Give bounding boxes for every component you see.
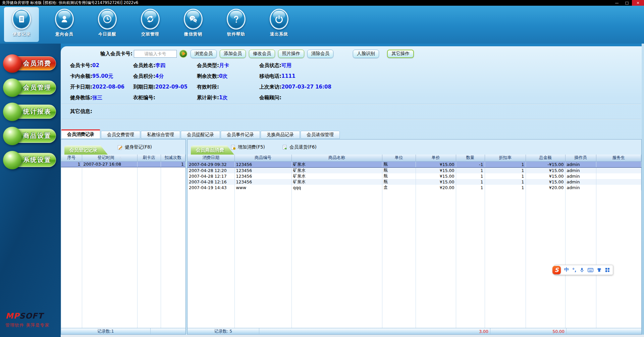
- column-header[interactable]: 扣减次数: [161, 155, 185, 161]
- add-consume-button[interactable]: 增加消费(F5): [230, 144, 265, 150]
- keyboard-icon[interactable]: [588, 268, 593, 272]
- tab-exchange-records[interactable]: 兑换商品记录: [261, 131, 300, 139]
- member-field: 健身教练:张三: [70, 94, 133, 101]
- content-area: 会员消费 会员管理 统计报表 商品设置 系统设置 MPSOFT 管理软件 美萍是…: [0, 44, 644, 337]
- member-info: 会员卡号:02 会员姓名:李四 会员类型:月卡 会员状态:可用 卡内余额:95.…: [70, 62, 642, 101]
- checkin-statusbar: 记录数:1: [61, 328, 185, 334]
- face-recognition-button[interactable]: 人脸识别: [353, 50, 379, 58]
- member-field: 会员姓名:李四: [133, 62, 197, 69]
- sidebar-item-member-manage[interactable]: 会员管理: [7, 80, 56, 95]
- ime-language-toggle[interactable]: 中: [564, 267, 569, 273]
- column-header[interactable]: 单价: [416, 155, 456, 161]
- pill-sphere-icon: [3, 78, 21, 97]
- column-header[interactable]: 操作员: [565, 155, 596, 161]
- divider: [61, 119, 641, 120]
- column-header[interactable]: 登记时间△: [82, 155, 137, 161]
- record-count: 记录数: 5: [187, 328, 259, 334]
- column-header[interactable]: 总金额: [526, 155, 565, 161]
- column-header[interactable]: 商品名称: [291, 155, 382, 161]
- toolbar-item-help[interactable]: 软件帮助: [219, 7, 254, 42]
- tab-private-coach[interactable]: 私教综合管理: [141, 131, 180, 139]
- maximize-button[interactable]: □: [622, 0, 632, 6]
- pill-sphere-icon: [3, 103, 21, 121]
- consume-statusbar: 记录数: 5 3.00 50.00: [187, 328, 641, 334]
- sidebar-item-member-consume[interactable]: 会员消费: [7, 56, 56, 70]
- toolbar-item-shift[interactable]: 交班管理: [133, 7, 168, 42]
- status-total-qty: 3.00: [259, 328, 490, 334]
- table-row[interactable]: 2007-04-28 12:16123456 矿泉水瓶 ¥15.001 1¥15…: [187, 179, 641, 185]
- photo-ops-button[interactable]: 照片操作: [278, 50, 304, 58]
- table-row[interactable]: 1 2007-03-27 16:08 1: [61, 161, 185, 167]
- column-header[interactable]: 消费日期: [187, 155, 234, 161]
- column-header[interactable]: 序号: [61, 155, 82, 161]
- column-header[interactable]: 商品编号: [234, 155, 291, 161]
- table-row[interactable]: 2007-04-29 09:32123456 矿泉水瓶 ¥15.00-1 1-¥…: [187, 161, 641, 167]
- add-member-button[interactable]: 添加会员: [220, 50, 246, 58]
- table-row[interactable]: 2007-04-28 12:17123456 矿泉水瓶 ¥15.001 1¥15…: [187, 173, 641, 179]
- tab-strip: 会员消费记录 会员交费管理 私教综合管理 会员提醒记录 会员事件记录 兑换商品记…: [61, 129, 642, 139]
- minimize-button[interactable]: —: [612, 0, 622, 6]
- member-field: 移动电话:1111: [259, 73, 642, 80]
- close-button[interactable]: ×: [632, 0, 644, 6]
- play-icon[interactable]: [179, 50, 187, 58]
- ime-punctuation-toggle[interactable]: °,: [572, 267, 576, 273]
- consume-table: 消费日期 商品编号 商品名称 单位 单价 数量 折扣率 总金额 操作员 服务生: [187, 155, 641, 190]
- tab-event-records[interactable]: 会员事件记录: [221, 131, 260, 139]
- pencil-icon: [117, 145, 123, 150]
- consume-panel: 会员商品消费 增加消费(F5) 会员退货(F6): [187, 139, 642, 335]
- member-field: 卡内余额:95.00元: [70, 73, 133, 80]
- app-window: { "window": { "title": "美萍健身房管理 标准版 [授权给…: [0, 0, 644, 337]
- other-ops-button[interactable]: 其它操作: [387, 50, 414, 58]
- sidebar-item-label: 统计报表: [23, 107, 51, 116]
- sogou-logo-icon[interactable]: S: [552, 266, 561, 274]
- power-icon: [270, 9, 288, 30]
- column-header[interactable]: 单位: [382, 155, 416, 161]
- edit-member-button[interactable]: 修改会员: [249, 50, 275, 58]
- member-field: 会员类型:月卡: [197, 62, 259, 69]
- toolbar-item-exit[interactable]: 退出系统: [262, 7, 297, 42]
- toolbar-item-notes[interactable]: 便签记录: [4, 7, 39, 42]
- browse-member-button[interactable]: 浏览会员: [191, 50, 217, 58]
- member-field: 会籍顾问:: [259, 94, 642, 101]
- consume-table-body[interactable]: [187, 190, 641, 328]
- table-row[interactable]: 2007-04-28 12:20123456 矿泉水瓶 ¥15.001 1¥15…: [187, 167, 641, 173]
- goods-consume-tab[interactable]: 会员商品消费: [191, 146, 234, 155]
- sidebar-item-goods-setup[interactable]: 商品设置: [7, 129, 56, 143]
- checkin-table-body[interactable]: [61, 167, 185, 328]
- card-number-input[interactable]: [134, 50, 177, 58]
- sidebar-item-label: 系统设置: [23, 156, 51, 164]
- member-field: 有效时段:: [197, 83, 259, 91]
- tab-reminder-records[interactable]: 会员提醒记录: [181, 131, 220, 139]
- window-controls: — □ ×: [612, 0, 644, 6]
- checkin-panel-header: 会员登记记录 健身登记(F8): [61, 139, 185, 155]
- main-panel: 输入会员卡号: 浏览会员 添加会员 修改会员 照片操作 清除会员 人脸识别 其它…: [61, 46, 642, 335]
- add-consume-icon: [230, 145, 236, 150]
- consume-panel-header: 会员商品消费 增加消费(F5) 会员退货(F6): [187, 139, 641, 155]
- sidebar-item-system-setup[interactable]: 系统设置: [7, 153, 56, 167]
- table-row[interactable]: 2007-04-19 14:43www qqq盒 ¥20.001 1¥20.00…: [187, 185, 641, 190]
- column-header[interactable]: 数量: [456, 155, 485, 161]
- toolbar-item-reminders[interactable]: 今日提醒: [90, 7, 125, 42]
- gym-checkin-button[interactable]: 健身登记(F8): [117, 144, 152, 150]
- toolbar-item-prospects[interactable]: 意向会员: [47, 7, 82, 42]
- return-goods-button[interactable]: 会员退货(F6): [282, 144, 317, 150]
- microphone-icon[interactable]: [580, 268, 584, 273]
- column-header[interactable]: 折扣率: [485, 155, 526, 161]
- sidebar-item-reports[interactable]: 统计报表: [7, 105, 56, 119]
- column-header[interactable]: 服务生: [596, 155, 641, 161]
- member-field: 会员卡号:02: [70, 62, 133, 69]
- toolbar-item-wechat[interactable]: 微信营销: [176, 7, 211, 42]
- tab-leave-manage[interactable]: 会员请假管理: [301, 131, 340, 139]
- tab-consume-records[interactable]: 会员消费记录: [61, 129, 100, 139]
- checkin-tab[interactable]: 会员登记记录: [64, 146, 108, 155]
- column-header[interactable]: 刷卡店: [137, 155, 161, 161]
- toolbox-icon[interactable]: [605, 268, 610, 272]
- tab-payment-manage[interactable]: 会员交费管理: [101, 131, 140, 139]
- skin-icon[interactable]: [597, 268, 602, 272]
- member-field: 上次来访:2007-03-27 16:08: [259, 83, 642, 91]
- record-count: 记录数:1: [61, 328, 151, 334]
- mpsoft-logo: MPSOFT 管理软件 美萍是专家: [5, 312, 49, 328]
- pill-sphere-icon: [3, 127, 21, 145]
- clear-member-button[interactable]: 清除会员: [307, 50, 333, 58]
- clock-icon: [98, 9, 117, 30]
